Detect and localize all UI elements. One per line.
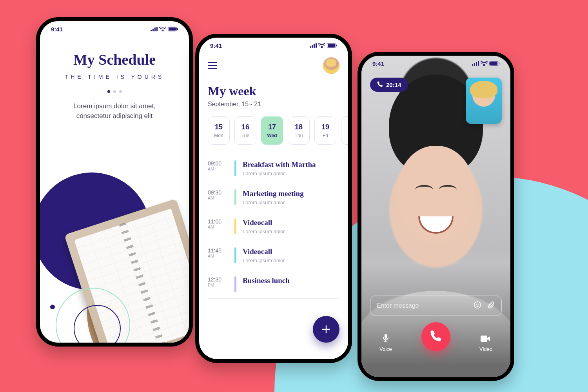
svg-point-23 — [478, 304, 479, 305]
status-bar: 9:41 — [199, 38, 348, 53]
event-color-bar — [234, 189, 236, 205]
event-time: 12:30PM — [208, 276, 228, 287]
svg-point-22 — [476, 304, 477, 305]
svg-rect-15 — [474, 63, 475, 66]
event-title: Videocall — [243, 247, 285, 256]
svg-rect-5 — [169, 27, 176, 31]
day-of-week: Tue — [241, 133, 249, 138]
signal-icon — [310, 43, 317, 48]
video-label: Video — [479, 346, 492, 352]
event-row[interactable]: 11:00AM Videocall Lorem ipsum dolor — [208, 212, 339, 241]
svg-rect-17 — [478, 61, 479, 66]
video-toggle[interactable]: Video — [479, 335, 492, 352]
svg-rect-20 — [499, 63, 499, 65]
page-dot[interactable] — [119, 90, 122, 93]
voice-toggle[interactable]: Voice — [379, 333, 392, 352]
page-dot[interactable] — [107, 90, 110, 93]
avatar[interactable] — [323, 57, 339, 74]
svg-rect-10 — [316, 43, 317, 48]
status-time: 9:41 — [372, 60, 384, 67]
battery-icon — [168, 27, 178, 31]
day-number: 18 — [295, 123, 303, 131]
day-cell[interactable]: 19Fri — [314, 116, 336, 145]
event-time: 11:45AM — [208, 247, 228, 258]
day-of-week: Fri — [323, 133, 328, 138]
svg-rect-13 — [336, 45, 337, 47]
svg-rect-7 — [310, 46, 311, 48]
status-time: 9:41 — [210, 42, 222, 49]
day-of-week: Thu — [295, 133, 303, 138]
event-row[interactable]: 09:00AM Breakfast with Martha Lorem ipsu… — [208, 154, 339, 183]
event-row[interactable]: 09:30AM Marketing meeting Lorem ipsum do… — [208, 183, 339, 212]
day-number: 16 — [241, 123, 249, 131]
day-cell[interactable]: 15Mon — [208, 116, 230, 145]
event-time: 11:00AM — [208, 218, 228, 229]
week-date-range: September, 15 - 21 — [208, 101, 339, 108]
message-placeholder: Enter message — [377, 302, 468, 309]
call-duration-pill[interactable]: 20:14 — [370, 78, 408, 92]
day-of-week: Wed — [267, 133, 277, 138]
status-bar: 9:41 — [40, 21, 189, 37]
week-title: My week — [208, 84, 339, 98]
day-number: 15 — [215, 123, 223, 131]
self-video-pip[interactable] — [466, 78, 502, 124]
day-cell[interactable]: 16Tue — [234, 116, 256, 145]
attachment-icon[interactable] — [486, 301, 495, 311]
phone-icon — [430, 330, 442, 343]
svg-point-21 — [474, 302, 481, 309]
call-duration: 20:14 — [386, 82, 401, 88]
day-of-week: Mon — [214, 133, 223, 138]
day-number: 19 — [321, 123, 329, 131]
event-row[interactable]: 12:30PM Business lunch — [208, 270, 339, 299]
event-time: 09:00AM — [208, 160, 228, 171]
signal-icon — [472, 61, 479, 66]
svg-rect-14 — [472, 64, 473, 66]
svg-rect-2 — [154, 27, 156, 31]
battery-icon — [489, 61, 499, 66]
page-indicator[interactable] — [52, 90, 177, 93]
day-cell[interactable]: 18Thu — [288, 116, 310, 145]
onboarding-subtitle: THE TIME IS YOURS — [52, 74, 177, 80]
event-title: Videocall — [243, 218, 285, 227]
svg-rect-8 — [312, 45, 313, 48]
event-row[interactable]: 11:45AM Videocall Lorem ipsum dolor — [208, 241, 339, 270]
message-input[interactable]: Enter message — [370, 296, 502, 316]
voice-label: Voice — [379, 346, 392, 352]
event-color-bar — [234, 247, 236, 263]
svg-rect-3 — [156, 27, 158, 31]
menu-button[interactable] — [208, 62, 217, 69]
day-cell[interactable]: 20Sa — [341, 116, 348, 145]
videocall-screen: 9:41 20:14 Enter message — [358, 52, 514, 381]
wifi-icon — [159, 27, 166, 31]
onboarding-illustration — [40, 154, 189, 343]
event-desc: Lorem ipsum dolor — [243, 229, 285, 234]
page-dot[interactable] — [113, 90, 116, 93]
event-title: Business lunch — [243, 276, 290, 285]
event-title: Breakfast with Martha — [243, 160, 316, 169]
event-time: 09:30AM — [208, 189, 228, 200]
wifi-icon — [318, 43, 325, 48]
svg-rect-12 — [328, 44, 335, 47]
onboarding-title: My Schedule — [52, 51, 177, 68]
phone-icon — [377, 81, 383, 88]
svg-rect-24 — [385, 334, 387, 339]
end-call-button[interactable] — [421, 322, 450, 351]
svg-rect-9 — [314, 44, 315, 48]
event-title: Marketing meeting — [243, 189, 304, 198]
onboarding-description: Lorem ipsum dolor sit amet, consectetur … — [52, 102, 177, 121]
day-number: 17 — [268, 123, 276, 131]
svg-rect-25 — [481, 336, 487, 342]
add-button[interactable] — [313, 316, 339, 343]
event-color-bar — [234, 160, 236, 176]
signal-icon — [151, 27, 158, 31]
svg-rect-16 — [476, 62, 477, 66]
event-color-bar — [234, 218, 236, 234]
day-cell[interactable]: 17Wed — [261, 116, 283, 145]
plus-icon — [321, 324, 332, 335]
emoji-icon[interactable] — [473, 301, 482, 311]
svg-rect-0 — [151, 30, 152, 31]
day-selector[interactable]: 15Mon16Tue17Wed18Thu19Fri20Sa — [199, 109, 348, 152]
event-list: 09:00AM Breakfast with Martha Lorem ipsu… — [199, 152, 348, 299]
svg-rect-6 — [177, 28, 178, 30]
onboarding-screen: 9:41 My Schedule THE TIME IS YOURS Lorem… — [36, 17, 193, 347]
